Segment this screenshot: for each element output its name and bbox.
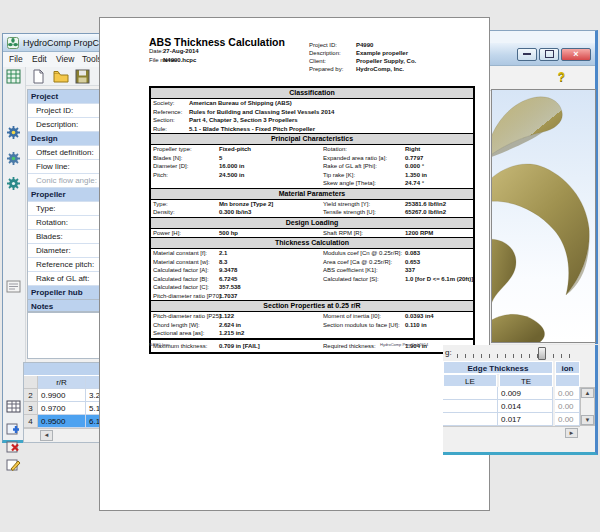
report-cell: 0.300 lb/in3 [219,208,323,217]
delete-row-icon[interactable] [6,440,22,456]
report-cell: 0.7797 [405,154,423,163]
report-cell [323,283,405,292]
slider-label: g: [445,348,452,357]
project-id-value: P4990 [356,42,373,48]
propeller-view-window: × ? [488,30,598,344]
modify-row-icon[interactable] [6,458,22,474]
project-id-label: Project ID: [309,42,337,48]
prepared-by-label: Prepared by: [309,66,343,72]
insert-row-icon[interactable] [6,422,22,438]
notes-icon[interactable] [6,280,22,296]
report-cell: Expanded area ratio [a]: [323,154,405,163]
col-header-le[interactable]: LE [443,374,497,387]
report-cell: American Bureau of Shipping (ABS) [189,99,292,108]
menu-file[interactable]: File [9,54,23,64]
report-cell: 337 [405,266,415,275]
save-icon[interactable] [75,69,91,84]
scroll-left-button[interactable]: ◄ [40,430,53,441]
app-icon [7,37,19,49]
cell-le[interactable] [443,400,498,413]
cell-rR[interactable]: 0.9500 [38,415,86,428]
cell-side: 0.00 [555,400,580,413]
report-cell: Mn bronze [Type 2] [219,200,323,209]
report-section-header: Section Properties at 0.25 r/R [151,300,473,312]
report-footer-left: N4990.hcpc [149,342,170,347]
report-cell: 1.0 [for D <= 6.1m (20ft)] [405,275,473,284]
slider-thumb[interactable] [538,347,546,360]
report-cell: Material constant [w]: [153,258,219,267]
project-settings-gear-icon[interactable] [6,125,22,141]
propeller-render [492,90,595,342]
report-cell: 65267.0 lbf/in2 [405,208,446,217]
report-row: Reference:Rules for Building and Classin… [151,108,473,117]
report-cell: 8.3 [219,258,323,267]
client-label: Client: [309,58,326,64]
edit-table-icon[interactable] [6,400,22,416]
right-window-top-border [489,31,595,43]
report-cell: Type: [153,200,219,209]
report-cell: 1.350 in [405,171,427,180]
report-preview-page: ABS Thickness Calculation Date: 27-Aug-2… [99,17,490,511]
report-cell: Section modulus to face [Uf]: [323,321,405,330]
report-cell: 6.7245 [219,275,323,284]
cell-le[interactable] [443,387,498,400]
report-row: Pitch:24.500 inTip rake [K]:1.350 in [151,171,473,180]
minimize-button[interactable] [517,48,537,61]
cell-rR[interactable]: 0.9900 [38,389,86,402]
report-cell: Section: [153,116,189,125]
slider-track[interactable] [457,354,573,358]
cell-te[interactable]: 0.014 [498,400,553,413]
report-row: Pitch-diameter ratio [P25]:1.122Moment o… [151,312,473,321]
col-header-te[interactable]: TE [499,374,553,387]
report-row: Pitch-diameter ratio [P70]:1.7037 [151,292,473,301]
scroll-up-button[interactable]: ▲ [581,388,594,398]
report-row: Type:Mn bronze [Type 2]Yield strength [Y… [151,200,473,209]
options-gear-icon[interactable] [6,176,22,192]
help-icon[interactable]: ? [558,70,565,84]
cell-rR[interactable]: 0.9700 [38,402,86,415]
menu-edit[interactable]: Edit [32,54,47,64]
report-cell: Diameter [D]: [153,162,219,171]
horizontal-scrollbar[interactable]: ► [443,426,580,439]
report-cell: 1.7037 [219,292,323,301]
report-cell: Power [H]: [153,229,219,238]
report-cell: 0.083 [405,249,420,258]
cell-le[interactable] [443,413,498,426]
col-header-partial[interactable] [555,374,580,387]
report-section-header: Thickness Calculation [151,237,473,249]
report-cell: 24.500 in [219,171,323,180]
screen: HydroComp PropCad 20 File Edit View Tool… [0,0,600,532]
cell-te[interactable]: 0.017 [498,413,553,426]
report-cell: 0.000 ° [405,162,424,171]
design-settings-gear-icon[interactable] [6,151,22,167]
slider-row: g: [443,345,595,361]
vertical-scrollbar[interactable]: ▲ ▼ [580,387,595,426]
cell-side: 0.00 [555,413,580,426]
report-section-header: Material Parameters [151,188,473,200]
group-edge-thickness: Edge Thickness [443,361,553,374]
menu-view[interactable]: View [56,54,74,64]
close-button[interactable]: × [561,48,591,61]
new-document-icon[interactable] [31,69,47,84]
report-row: Power [H]:500 hpShaft RPM [R]:1200 RPM [151,229,473,238]
group-section-partial: ion [555,361,580,374]
report-cell: Rotation: [323,145,405,154]
open-folder-icon[interactable] [53,69,69,84]
report-cell: 1200 RPM [405,229,433,238]
maximize-button[interactable] [539,48,559,61]
report-cell: Calculated factor [C]: [153,283,219,292]
right-window-titlebar[interactable]: × [489,43,595,66]
export-table-icon[interactable] [6,69,22,85]
report-cell: Density: [153,208,219,217]
col-header-rR[interactable]: r/R [38,376,86,389]
cell-te[interactable]: 0.009 [498,387,553,400]
report-cell: Propeller type: [153,145,219,154]
propeller-3d-view[interactable] [491,89,596,343]
report-row: Blades [N]:5Expanded area ratio [a]:0.77… [151,154,473,163]
scroll-right-button[interactable]: ► [565,428,578,438]
report-cell: Tip rake [K]: [323,171,405,180]
scroll-down-button[interactable]: ▼ [581,415,594,425]
report-row: Material constant [w]:8.3Area coef [Ca @… [151,258,473,267]
report-row: Calculated factor [B]:6.7245Calculated f… [151,275,473,284]
date-value: 27-Aug-2014 [163,48,199,54]
